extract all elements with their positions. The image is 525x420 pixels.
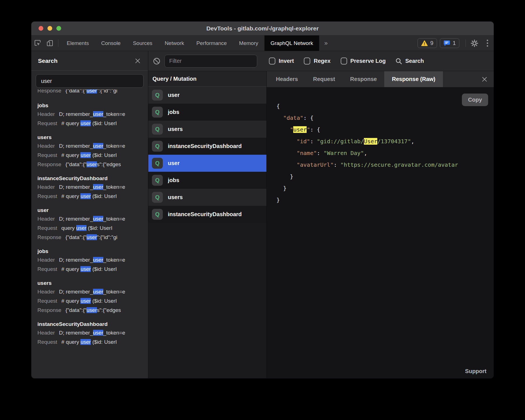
json-token: }: [276, 197, 280, 203]
panels: Query / Mutation QuserQjobsQusersQinstan…: [148, 71, 494, 378]
search-result-group[interactable]: jobsHeaderD; remember_user_token=eReques…: [37, 102, 148, 128]
json-token: :: [310, 126, 317, 133]
result-text: ($id: UserI: [91, 193, 117, 199]
search-result-line: HeaderD; remember_user_token=e: [37, 109, 148, 119]
minimize-window-button[interactable]: [47, 26, 52, 31]
tab-memory[interactable]: Memory: [233, 35, 264, 51]
spacer: [333, 35, 417, 51]
search-result-group[interactable]: usersHeaderD; remember_user_token=eReque…: [37, 133, 148, 169]
search-result-line: Request# query user ($id: UserI: [37, 192, 148, 201]
tab-graphql-network[interactable]: GraphQL Network: [264, 35, 319, 51]
search-result-line: HeaderD; remember_user_token=e: [37, 214, 148, 223]
search-match-highlight: user: [93, 143, 103, 149]
query-row-jobs[interactable]: Qjobs: [148, 172, 266, 189]
result-line-label: Response: [37, 234, 61, 240]
filter-input[interactable]: [164, 55, 257, 68]
result-text: # query: [61, 266, 81, 272]
checkbox-invert[interactable]: Invert: [269, 58, 294, 65]
tab-sources[interactable]: Sources: [127, 35, 159, 51]
search-panel-title: Search: [38, 58, 58, 64]
json-token: ": [290, 126, 293, 133]
search-match-highlight: user: [93, 216, 103, 222]
query-row-user[interactable]: Quser: [148, 87, 266, 104]
search-result-line: HeaderD; remember_user_token=e: [37, 182, 148, 192]
detail-tab-request[interactable]: Request: [306, 71, 343, 87]
search-input[interactable]: [36, 74, 144, 88]
query-row-label: instanceSecurityDashboard: [168, 211, 242, 218]
issues-badge[interactable]: 9: [417, 38, 437, 48]
copy-button[interactable]: Copy: [462, 94, 488, 106]
checkbox-box: [304, 58, 310, 65]
json-token: "id": [297, 138, 310, 145]
detail-tab-headers[interactable]: Headers: [268, 71, 306, 87]
checkbox-label: Preserve Log: [350, 58, 386, 64]
result-text: s":{"edges: [97, 161, 121, 167]
close-window-button[interactable]: [39, 26, 43, 31]
query-row-jobs[interactable]: Qjobs: [148, 104, 266, 121]
result-text: s":{"edges: [97, 307, 121, 313]
result-text: _token=e: [103, 143, 125, 149]
json-token: }: [276, 173, 293, 180]
device-toolbar-icon[interactable]: [44, 35, 56, 51]
result-line-label: Header: [37, 289, 55, 295]
query-row-label: user: [168, 92, 180, 98]
result-group-title: jobs: [37, 102, 148, 109]
checkbox-regex[interactable]: Regex: [304, 58, 330, 65]
detail-panel: HeadersRequestResponseResponse (Raw) Cop…: [267, 71, 494, 378]
result-text: query: [61, 225, 76, 231]
inspect-element-icon[interactable]: [31, 35, 44, 51]
search-result-group[interactable]: usersHeaderD; remember_user_token=eReque…: [37, 279, 148, 315]
result-text: # query: [61, 152, 81, 158]
clear-icon[interactable]: [153, 57, 161, 65]
query-row-users[interactable]: Qusers: [148, 121, 266, 138]
detail-tab-response[interactable]: Response: [343, 71, 385, 87]
query-row-instanceSecurityDashboard[interactable]: QinstanceSecurityDashboard: [148, 206, 266, 223]
json-token: "avatarUrl": [297, 161, 333, 168]
search-results-list: Response{"data":{"user":{"id":"gijobsHea…: [31, 89, 148, 378]
query-row-label: user: [168, 160, 180, 166]
search-result-group[interactable]: instanceSecurityDashboardHeaderD; rememb…: [37, 175, 148, 201]
search-result-group[interactable]: jobsHeaderD; remember_user_token=eReques…: [37, 247, 148, 274]
kebab-menu-icon[interactable]: [481, 35, 494, 51]
result-text: {"data":{": [66, 234, 87, 240]
result-group-title: jobs: [37, 247, 148, 255]
zoom-window-button[interactable]: [56, 26, 61, 31]
json-token: {: [310, 114, 313, 121]
messages-count: 1: [453, 40, 456, 46]
result-text: ($id: UserI: [91, 120, 117, 126]
settings-gear-icon[interactable]: [468, 35, 481, 51]
checkbox-preserve-log[interactable]: Preserve Log: [341, 58, 386, 65]
result-text: ($id: UserI: [91, 298, 117, 304]
query-row-user[interactable]: Quser: [148, 155, 266, 172]
search-result-line: Response{"data":{"user":{"id":"gi: [37, 233, 148, 242]
json-line: }: [276, 171, 494, 182]
search-match-highlight: user: [93, 330, 103, 336]
close-detail-icon[interactable]: [481, 76, 488, 82]
result-text: # query: [61, 339, 81, 345]
query-row-users[interactable]: Qusers: [148, 189, 266, 206]
messages-badge[interactable]: 1: [440, 38, 459, 48]
tab-network[interactable]: Network: [159, 35, 190, 51]
result-text: _token=e: [103, 216, 125, 222]
detail-tab-response-raw-[interactable]: Response (Raw): [384, 71, 443, 87]
close-search-panel-icon[interactable]: [135, 58, 141, 64]
tab-elements[interactable]: Elements: [61, 35, 95, 51]
divider: [466, 39, 466, 47]
result-line-label: Header: [37, 330, 55, 336]
search-result-group[interactable]: userHeaderD; remember_user_token=eReques…: [37, 206, 148, 242]
search-result-group[interactable]: instanceSecurityDashboardHeaderD; rememb…: [37, 320, 148, 347]
result-line-label: Request: [37, 120, 57, 126]
search-result-line: HeaderD; remember_user_token=e: [37, 141, 148, 151]
tab-console[interactable]: Console: [95, 35, 127, 51]
support-link[interactable]: Support: [465, 368, 486, 374]
filter-toolbar: InvertRegexPreserve Log Search: [148, 51, 494, 71]
search-match-highlight: user: [87, 89, 97, 94]
query-row-instanceSecurityDashboard[interactable]: QinstanceSecurityDashboard: [148, 138, 266, 155]
result-group-title: user: [37, 206, 148, 214]
more-tabs-chevron[interactable]: »: [319, 35, 333, 51]
search-match-highlight: user: [93, 289, 103, 295]
query-type-badge: Q: [152, 209, 163, 220]
toolbar-search-button[interactable]: Search: [395, 58, 424, 65]
query-type-badge: Q: [152, 141, 163, 152]
tab-performance[interactable]: Performance: [190, 35, 233, 51]
